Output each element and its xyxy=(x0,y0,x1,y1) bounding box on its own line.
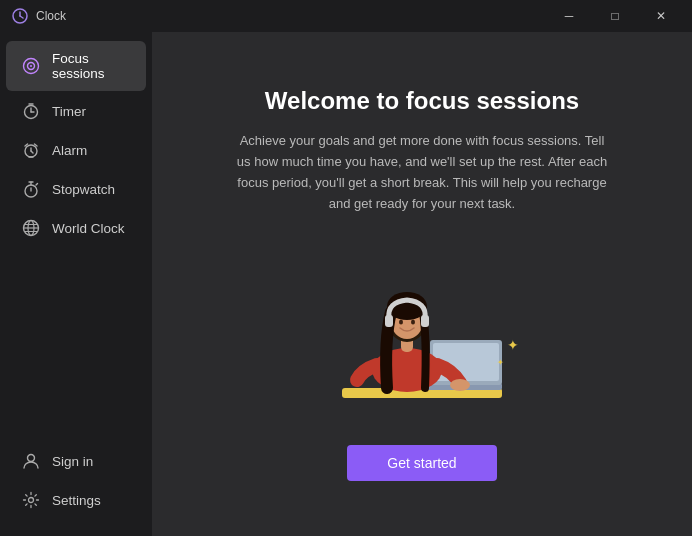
sidebar-item-sign-in[interactable]: Sign in xyxy=(6,442,146,480)
svg-line-2 xyxy=(20,16,23,18)
gear-icon xyxy=(22,491,40,509)
close-button[interactable]: ✕ xyxy=(638,0,684,32)
svg-text:✦: ✦ xyxy=(507,337,519,353)
sidebar-label-world-clock: World Clock xyxy=(52,221,125,236)
sidebar-label-stopwatch: Stopwatch xyxy=(52,182,115,197)
svg-point-42 xyxy=(399,319,403,324)
sidebar-item-stopwatch[interactable]: Stopwatch xyxy=(6,170,146,208)
sidebar-label-focus-sessions: Focus sessions xyxy=(52,51,130,81)
svg-rect-41 xyxy=(421,315,429,327)
focus-icon xyxy=(22,57,40,75)
sidebar-item-timer[interactable]: Timer xyxy=(6,92,146,130)
timer-icon xyxy=(22,102,40,120)
title-bar-controls: ─ □ ✕ xyxy=(546,0,684,32)
title-bar: Clock ─ □ ✕ xyxy=(0,0,692,32)
svg-line-12 xyxy=(31,151,33,153)
sidebar-item-settings[interactable]: Settings xyxy=(6,481,146,519)
welcome-title: Welcome to focus sessions xyxy=(265,87,579,115)
sidebar: Focus sessions Timer xyxy=(0,32,152,536)
svg-rect-40 xyxy=(385,315,393,327)
svg-point-5 xyxy=(30,65,32,67)
nav-items: Focus sessions Timer xyxy=(0,40,152,441)
focus-illustration: ✦ ✦ xyxy=(312,235,532,415)
svg-point-26 xyxy=(28,455,35,462)
sidebar-label-timer: Timer xyxy=(52,104,86,119)
world-icon xyxy=(22,219,40,237)
get-started-button[interactable]: Get started xyxy=(347,445,496,481)
svg-point-35 xyxy=(450,379,470,391)
app-icon xyxy=(12,8,28,24)
minimize-button[interactable]: ─ xyxy=(546,0,592,32)
welcome-description: Achieve your goals and get more done wit… xyxy=(232,131,612,214)
stopwatch-icon xyxy=(22,180,40,198)
sidebar-label-sign-in: Sign in xyxy=(52,454,93,469)
svg-line-20 xyxy=(36,184,38,186)
maximize-button[interactable]: □ xyxy=(592,0,638,32)
sidebar-label-alarm: Alarm xyxy=(52,143,87,158)
svg-point-43 xyxy=(411,319,415,324)
sidebar-label-settings: Settings xyxy=(52,493,101,508)
app-body: Focus sessions Timer xyxy=(0,32,692,536)
person-icon xyxy=(22,452,40,470)
main-content: Welcome to focus sessions Achieve your g… xyxy=(152,32,692,536)
svg-text:✦: ✦ xyxy=(497,358,504,367)
sidebar-bottom: Sign in Settings xyxy=(0,441,152,528)
app-title: Clock xyxy=(36,9,66,23)
title-bar-left: Clock xyxy=(12,8,66,24)
sidebar-item-world-clock[interactable]: World Clock xyxy=(6,209,146,247)
alarm-icon xyxy=(22,141,40,159)
sidebar-item-focus-sessions[interactable]: Focus sessions xyxy=(6,41,146,91)
person-with-laptop-svg: ✦ ✦ xyxy=(312,240,532,415)
sidebar-item-alarm[interactable]: Alarm xyxy=(6,131,146,169)
svg-point-27 xyxy=(29,498,34,503)
